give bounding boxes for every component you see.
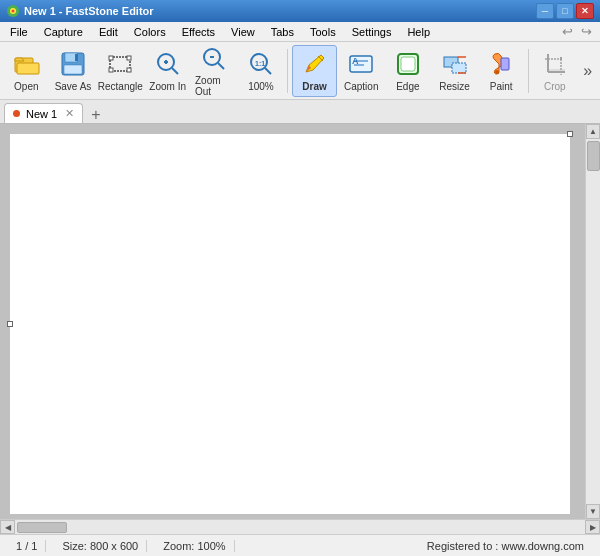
status-zoom: Zoom: 100% xyxy=(155,540,234,552)
caption-label: Caption xyxy=(344,81,378,92)
svg-line-23 xyxy=(265,68,271,74)
zoom-in-icon xyxy=(153,49,183,79)
toolbar-separator-1 xyxy=(287,49,288,93)
toolbar-overflow-button[interactable]: » xyxy=(579,58,596,84)
paint-button[interactable]: Paint xyxy=(479,45,524,97)
scroll-thumb-h[interactable] xyxy=(17,522,67,533)
rectangle-button[interactable]: Rectangle xyxy=(97,45,143,97)
canvas xyxy=(10,134,570,514)
open-button[interactable]: Open xyxy=(4,45,49,97)
open-label: Open xyxy=(14,81,38,92)
zoom-out-icon xyxy=(199,45,229,73)
undo-button[interactable]: ↩ xyxy=(560,24,575,39)
resize-icon xyxy=(440,49,470,79)
app-icon xyxy=(6,4,20,18)
menu-tools[interactable]: Tools xyxy=(302,22,344,41)
caption-button[interactable]: A Caption xyxy=(339,45,384,97)
menu-colors[interactable]: Colors xyxy=(126,22,174,41)
svg-line-20 xyxy=(218,63,224,69)
zoom-100-button[interactable]: 1:1 100% xyxy=(239,45,284,97)
tab-dot xyxy=(13,110,20,117)
maximize-button[interactable]: □ xyxy=(556,3,574,19)
horizontal-scrollbar[interactable]: ◀ ▶ xyxy=(0,519,600,534)
main-area: ▲ ▼ ◀ ▶ xyxy=(0,124,600,534)
menu-file[interactable]: File xyxy=(2,22,36,41)
svg-text:A: A xyxy=(352,56,359,66)
svg-rect-10 xyxy=(109,56,113,60)
tab-label: New 1 xyxy=(26,108,57,120)
menu-bar: File Capture Edit Colors Effects View Ta… xyxy=(0,22,600,42)
svg-rect-7 xyxy=(75,54,78,61)
menu-view[interactable]: View xyxy=(223,22,263,41)
save-icon xyxy=(58,49,88,79)
tab-close-button[interactable]: ✕ xyxy=(65,108,74,119)
title-bar: New 1 - FastStone Editor ─ □ ✕ xyxy=(0,0,600,22)
svg-text:1:1: 1:1 xyxy=(255,60,265,67)
vertical-scrollbar[interactable]: ▲ ▼ xyxy=(585,124,600,519)
zoom-100-label: 100% xyxy=(248,81,274,92)
redo-button[interactable]: ↪ xyxy=(579,24,594,39)
window-title: New 1 - FastStone Editor xyxy=(24,5,154,17)
draw-button[interactable]: Draw xyxy=(292,45,337,97)
menu-tabs[interactable]: Tabs xyxy=(263,22,302,41)
draw-icon xyxy=(300,49,330,79)
rectangle-label: Rectangle xyxy=(98,81,143,92)
canvas-area[interactable] xyxy=(0,124,585,519)
edge-label: Edge xyxy=(396,81,419,92)
menu-edit[interactable]: Edit xyxy=(91,22,126,41)
menu-help[interactable]: Help xyxy=(399,22,438,41)
crop-icon xyxy=(540,49,570,79)
svg-rect-4 xyxy=(17,63,39,74)
tab-add-button[interactable]: + xyxy=(87,107,104,123)
svg-rect-30 xyxy=(401,57,415,71)
scroll-thumb-v[interactable] xyxy=(587,141,600,171)
rectangle-icon xyxy=(105,49,135,79)
menu-settings[interactable]: Settings xyxy=(344,22,400,41)
scroll-left-button[interactable]: ◀ xyxy=(0,520,15,534)
status-registered: Registered to : www.downg.com xyxy=(419,540,592,552)
menu-right: ↩ ↪ xyxy=(560,24,598,39)
svg-rect-12 xyxy=(109,68,113,72)
paint-label: Paint xyxy=(490,81,513,92)
svg-rect-8 xyxy=(64,65,82,74)
main-row: ▲ ▼ xyxy=(0,124,600,519)
scroll-track-v[interactable] xyxy=(586,139,600,504)
save-as-label: Save As xyxy=(55,81,92,92)
crop-label: Crop xyxy=(544,81,566,92)
title-bar-controls: ─ □ ✕ xyxy=(536,3,594,19)
close-button[interactable]: ✕ xyxy=(576,3,594,19)
svg-point-35 xyxy=(495,70,499,74)
svg-rect-13 xyxy=(127,68,131,72)
minimize-button[interactable]: ─ xyxy=(536,3,554,19)
scroll-down-button[interactable]: ▼ xyxy=(586,504,600,519)
draw-label: Draw xyxy=(302,81,326,92)
status-bar: 1 / 1 Size: 800 x 600 Zoom: 100% Registe… xyxy=(0,534,600,556)
zoom-in-button[interactable]: Zoom In xyxy=(145,45,190,97)
zoom-out-label: Zoom Out xyxy=(195,75,234,97)
menu-effects[interactable]: Effects xyxy=(174,22,223,41)
scroll-right-button[interactable]: ▶ xyxy=(585,520,600,534)
caption-icon: A xyxy=(346,49,376,79)
paint-icon xyxy=(486,49,516,79)
svg-rect-11 xyxy=(127,56,131,60)
svg-line-17 xyxy=(172,68,178,74)
tab-new1[interactable]: New 1 ✕ xyxy=(4,103,83,123)
svg-rect-36 xyxy=(501,58,509,70)
crop-button[interactable]: Crop xyxy=(533,45,578,97)
save-as-button[interactable]: Save As xyxy=(51,45,96,97)
resize-button[interactable]: Resize xyxy=(432,45,477,97)
svg-point-2 xyxy=(12,10,15,13)
scroll-track-h[interactable] xyxy=(15,520,585,535)
toolbar: Open Save As Rectangle xyxy=(0,42,600,100)
tab-bar: New 1 ✕ + xyxy=(0,100,600,124)
zoom-in-label: Zoom In xyxy=(149,81,186,92)
menu-capture[interactable]: Capture xyxy=(36,22,91,41)
zoom-out-button[interactable]: Zoom Out xyxy=(192,45,237,97)
toolbar-separator-2 xyxy=(528,49,529,93)
scroll-up-button[interactable]: ▲ xyxy=(586,124,600,139)
edge-icon xyxy=(393,49,423,79)
status-page: 1 / 1 xyxy=(8,540,46,552)
zoom-100-icon: 1:1 xyxy=(246,49,276,79)
edge-button[interactable]: Edge xyxy=(386,45,431,97)
corner-marker-ml xyxy=(7,321,13,327)
